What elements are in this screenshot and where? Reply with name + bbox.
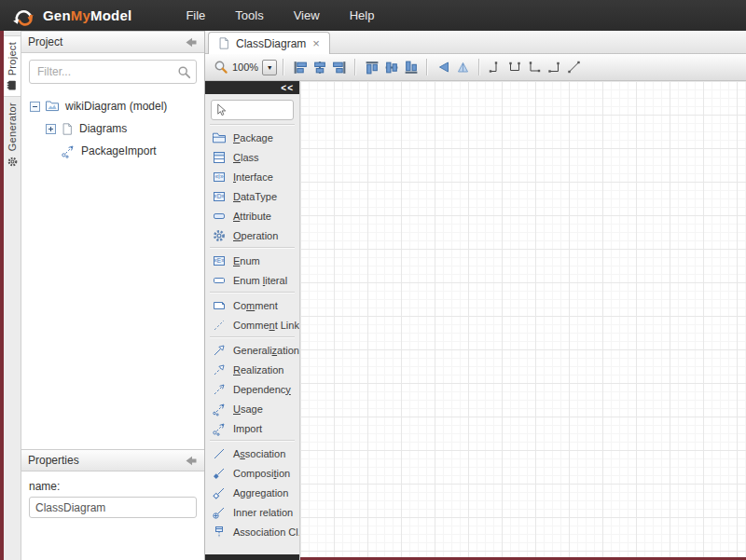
collapse-panel-arrow-icon[interactable]: [185, 36, 198, 48]
name-field-input[interactable]: [29, 497, 197, 518]
aggregation-icon: [212, 485, 227, 500]
palette-item-package[interactable]: Package: [205, 128, 299, 147]
filter-input[interactable]: [29, 60, 197, 84]
palette-item-association[interactable]: Association: [205, 444, 299, 463]
selection-tool-button[interactable]: [211, 100, 294, 120]
palette-item-inner-relation[interactable]: Inner relation: [205, 502, 299, 522]
tree-item-diagrams[interactable]: Diagrams: [21, 117, 204, 140]
dependency-icon: [212, 382, 227, 397]
collapse-toggle-icon[interactable]: [30, 102, 40, 112]
palette-item-label: Composition: [233, 468, 290, 479]
palette-item-aggregation[interactable]: Aggregation: [205, 483, 299, 502]
palette-item-label: Import: [233, 423, 262, 434]
close-tab-icon[interactable]: ×: [311, 37, 321, 49]
palette-footer-bar: [205, 554, 299, 560]
palette-collapse-button[interactable]: <<: [281, 83, 294, 93]
menu-tools[interactable]: Tools: [224, 3, 274, 28]
palette-item-comment-link[interactable]: Comment Link: [205, 315, 299, 335]
align-center-button[interactable]: [310, 58, 329, 77]
inner-relation-icon: [212, 505, 227, 520]
palette-item-realization[interactable]: Realization: [205, 360, 299, 379]
flip-vertical-button[interactable]: [453, 58, 473, 77]
palette-item-dependency[interactable]: Dependency: [205, 379, 299, 399]
align-bottom-button[interactable]: [401, 58, 421, 77]
palette-item-datatype[interactable]: «D»DataType: [205, 186, 299, 206]
palette-item-attribute[interactable]: Attribute: [205, 206, 299, 225]
tree-item-label: Diagrams: [79, 122, 127, 135]
zoom-level-value: 100%: [232, 61, 258, 73]
palette-item-label: Package: [233, 132, 273, 143]
palette-body: PackageClass«I»Interface«D»DataTypeAttri…: [205, 94, 299, 554]
route-elbow-icon: [488, 60, 504, 75]
tree-item-packageimport[interactable]: PackageImport: [21, 140, 204, 162]
side-tab-strip: ProjectGenerator: [4, 31, 21, 560]
palette-item-label: Inner relation: [233, 507, 293, 518]
menu-help[interactable]: Help: [338, 3, 386, 28]
tree-item-label: PackageImport: [81, 144, 157, 157]
toolbar-icon-groups: [277, 58, 584, 77]
palette-item-label: Aggregation: [233, 487, 288, 499]
palette-item-usage[interactable]: Usage: [205, 399, 299, 418]
diagram-editor: ClassDiagram × 100% ▼ <<: [205, 31, 746, 560]
zoom-magnifier-icon: [214, 60, 228, 75]
editor-toolbar: 100% ▼: [205, 54, 746, 81]
tab-classdiagram[interactable]: ClassDiagram ×: [208, 32, 330, 54]
expand-toggle-icon[interactable]: [46, 124, 56, 134]
route-corner-alt-button[interactable]: [545, 58, 564, 77]
menu-file[interactable]: File: [174, 3, 216, 28]
project-sidebar: Project wikiDiagram (model)DiagramsPacka…: [21, 31, 205, 560]
route-straight-button[interactable]: [564, 58, 584, 77]
align-left-button[interactable]: [290, 58, 310, 77]
composition-icon: [212, 466, 227, 481]
flip-horizontal-button[interactable]: [434, 58, 453, 77]
route-double-bend-icon: [507, 60, 523, 75]
palette-separator: [210, 440, 295, 442]
palette-header: <<: [205, 81, 299, 94]
properties-form: name:: [21, 471, 204, 560]
palette-item-label: Usage: [233, 403, 263, 415]
align-center-icon: [311, 60, 328, 75]
palette-item-import[interactable]: Import: [205, 418, 299, 438]
zoom-dropdown-button[interactable]: ▼: [262, 60, 277, 75]
app-title: GenMyModel: [43, 7, 131, 23]
model-tree: wikiDiagram (model)DiagramsPackageImport: [21, 88, 204, 449]
collapse-panel-arrow-icon[interactable]: [185, 455, 198, 467]
palette-item-label: Realization: [233, 364, 283, 376]
palette-item-class[interactable]: Class: [205, 147, 299, 167]
palette-item-operation[interactable]: Operation: [205, 225, 299, 245]
app-logo: GenMyModel: [9, 5, 131, 27]
palette-item-enum[interactable]: «E»Enum: [205, 251, 299, 270]
route-corner-button[interactable]: [525, 58, 545, 77]
route-double-bend-button[interactable]: [505, 58, 525, 77]
operation-icon: [212, 228, 227, 243]
align-right-button[interactable]: [329, 58, 349, 77]
package-import-icon: [61, 143, 76, 158]
palette-separator: [210, 247, 295, 249]
project-panel-header: Project: [21, 31, 204, 53]
attribute-icon: [212, 209, 227, 224]
palette-item-association-cl[interactable]: Association Cl...: [205, 522, 299, 541]
palette-separator: [210, 292, 295, 294]
diagram-file-icon: [61, 122, 74, 136]
palette-item-label: Comment: [233, 300, 278, 311]
palette-item-generalization[interactable]: Generalization: [205, 340, 299, 360]
app-window: GenMyModel FileToolsViewHelp ProjectGene…: [0, 0, 746, 560]
flip-vertical-icon: [455, 60, 471, 75]
interface-icon: «I»: [212, 170, 227, 184]
align-top-button[interactable]: [362, 58, 381, 77]
palette-item-label: Association Cl...: [233, 526, 299, 538]
menu-view[interactable]: View: [283, 3, 331, 28]
route-elbow-button[interactable]: [486, 58, 505, 77]
palette-item-composition[interactable]: Composition: [205, 463, 299, 483]
diagram-canvas[interactable]: [300, 81, 746, 560]
align-middle-button[interactable]: [381, 58, 401, 77]
palette-item-interface[interactable]: «I»Interface: [205, 167, 299, 186]
palette-item-comment[interactable]: Comment: [205, 295, 299, 315]
side-tab-project[interactable]: Project: [4, 35, 21, 97]
datatype-icon: «D»: [212, 189, 227, 204]
name-field-label: name:: [29, 480, 197, 493]
tree-item-wikidiagram-model[interactable]: wikiDiagram (model): [21, 95, 204, 117]
align-middle-icon: [383, 60, 400, 75]
side-tab-generator[interactable]: Generator: [4, 97, 21, 171]
palette-item-enum-literal[interactable]: Enum literal: [205, 270, 299, 290]
